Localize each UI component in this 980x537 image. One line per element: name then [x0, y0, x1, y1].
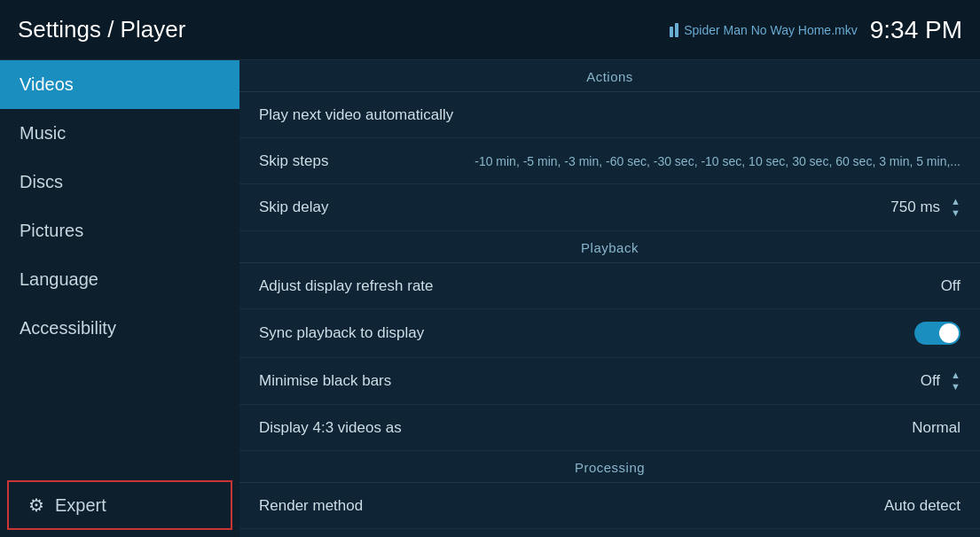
skip-delay-value: 750 ms ▲ ▼ [890, 197, 960, 218]
skip-steps-label: Skip steps [259, 152, 328, 170]
sync-playback-toggle[interactable] [914, 322, 960, 345]
minimise-bars-up[interactable]: ▲ [951, 370, 960, 380]
minimise-bars-down[interactable]: ▼ [951, 382, 960, 392]
row-play-next[interactable]: Play next video automatically [239, 92, 980, 138]
sidebar-item-language[interactable]: Language [0, 255, 239, 304]
display-43-label: Display 4:3 videos as [259, 419, 402, 437]
minimise-bars-value: Off ▲ ▼ [921, 370, 960, 392]
clock: 9:34 PM [870, 16, 962, 44]
adjust-refresh-value: Off [941, 277, 960, 295]
play-next-label: Play next video automatically [259, 106, 453, 124]
sidebar-item-music[interactable]: Music [0, 109, 239, 158]
skip-delay-down[interactable]: ▼ [951, 208, 960, 218]
main-content: Actions Play next video automatically Sk… [239, 60, 980, 537]
section-header-processing: Processing [239, 451, 980, 483]
sync-playback-value [914, 322, 960, 345]
section-header-actions: Actions [239, 60, 980, 92]
row-display-43[interactable]: Display 4:3 videos as Normal [239, 405, 980, 451]
page-title: Settings / Player [18, 16, 185, 43]
sidebar-item-videos[interactable]: Videos [0, 60, 239, 109]
row-minimise-bars[interactable]: Minimise black bars Off ▲ ▼ [239, 358, 980, 405]
gear-icon: ⚙ [28, 494, 44, 516]
skip-steps-value: -10 min, -5 min, -3 min, -60 sec, -30 se… [474, 154, 960, 168]
header: Settings / Player Spider Man No Way Home… [0, 0, 980, 60]
sidebar-item-accessibility[interactable]: Accessibility [0, 304, 239, 353]
sidebar: Videos Music Discs Pictures Language Acc… [0, 60, 239, 537]
row-render-method[interactable]: Render method Auto detect [239, 483, 980, 529]
sidebar-item-discs[interactable]: Discs [0, 158, 239, 206]
now-playing-icon [670, 23, 678, 37]
skip-delay-label: Skip delay [259, 198, 328, 216]
layout: Videos Music Discs Pictures Language Acc… [0, 60, 980, 537]
minimise-bars-label: Minimise black bars [259, 372, 391, 390]
expert-label: Expert [55, 495, 106, 516]
display-43-value: Normal [912, 419, 960, 437]
row-skip-delay[interactable]: Skip delay 750 ms ▲ ▼ [239, 184, 980, 231]
skip-delay-stepper[interactable]: ▲ ▼ [951, 197, 960, 218]
expert-button[interactable]: ⚙ Expert [7, 480, 232, 530]
row-adjust-refresh[interactable]: Adjust display refresh rate Off [239, 263, 980, 309]
adjust-refresh-label: Adjust display refresh rate [259, 277, 434, 295]
minimise-bars-stepper[interactable]: ▲ ▼ [951, 370, 960, 392]
header-right: Spider Man No Way Home.mkv 9:34 PM [670, 16, 962, 44]
sidebar-item-pictures[interactable]: Pictures [0, 206, 239, 255]
row-skip-steps[interactable]: Skip steps -10 min, -5 min, -3 min, -60 … [239, 138, 980, 184]
now-playing-text: Spider Man No Way Home.mkv [684, 23, 858, 37]
now-playing: Spider Man No Way Home.mkv [670, 23, 858, 37]
skip-delay-up[interactable]: ▲ [951, 197, 960, 206]
render-method-value: Auto detect [884, 497, 960, 515]
sidebar-nav: Videos Music Discs Pictures Language Acc… [0, 60, 239, 353]
row-sync-playback[interactable]: Sync playback to display [239, 309, 980, 358]
row-hq-scalers[interactable]: - Enable HQ scalers for scaling above 20… [239, 529, 980, 537]
sync-playback-label: Sync playback to display [259, 324, 424, 342]
render-method-label: Render method [259, 497, 363, 515]
section-header-playback: Playback [239, 231, 980, 263]
